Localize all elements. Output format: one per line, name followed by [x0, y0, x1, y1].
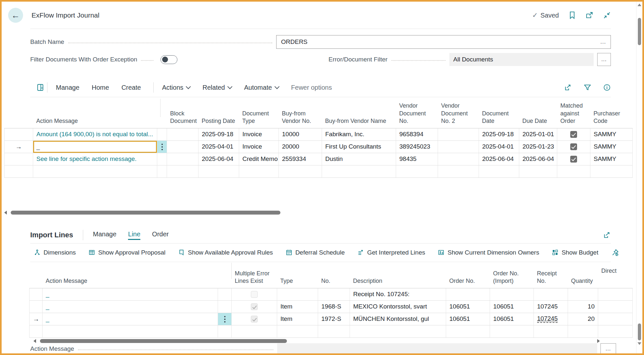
- collapse-page-icon[interactable]: [603, 11, 611, 19]
- footer-action-message-lookup-button[interactable]: ...: [600, 343, 616, 353]
- vendor_document_no-cell[interactable]: [396, 165, 438, 178]
- direct-cell[interactable]: [598, 300, 633, 313]
- type-header[interactable]: Type: [277, 262, 318, 288]
- show-approval-proposal-button[interactable]: Show Approval Proposal: [89, 249, 165, 256]
- gutter-cell[interactable]: [5, 128, 33, 140]
- posting_date-cell[interactable]: 2025-04-01: [199, 140, 239, 153]
- menu-related[interactable]: Related: [202, 84, 232, 91]
- vendor_document_no_2-cell[interactable]: [438, 128, 479, 140]
- buy_from_vendor_name-cell[interactable]: [322, 165, 396, 178]
- quantity-cell[interactable]: 20: [568, 313, 598, 325]
- gutter-cell[interactable]: →: [30, 313, 43, 325]
- gutter-cell[interactable]: →: [5, 140, 33, 153]
- receipt-no-link[interactable]: 107245: [537, 315, 558, 323]
- deferral-schedule-button[interactable]: Deferral Schedule: [286, 249, 345, 256]
- buy_from_vendor_name-header[interactable]: Buy-from Vendor Name: [322, 98, 396, 128]
- action_message-header[interactable]: Action Message: [43, 262, 218, 288]
- menu-automate[interactable]: Automate: [244, 84, 279, 91]
- documents-hscrollbar[interactable]: [4, 210, 632, 215]
- document_date-cell[interactable]: 2025-04-01: [479, 140, 519, 153]
- layout-options-icon[interactable]: [37, 84, 44, 91]
- gutter-cell[interactable]: [30, 325, 43, 337]
- action_message-cell[interactable]: _: [33, 140, 157, 153]
- receipt_no-header[interactable]: Receipt No.: [534, 262, 568, 288]
- fewer-options-button[interactable]: Fewer options: [291, 84, 332, 91]
- purchaser_code-cell[interactable]: SAMMY: [590, 128, 633, 140]
- show-budget-button[interactable]: Show Budget: [552, 249, 598, 256]
- description-header[interactable]: Description: [350, 262, 446, 288]
- purchaser_code-header[interactable]: Purchaser Code: [590, 98, 633, 128]
- due_date-cell[interactable]: [519, 165, 557, 178]
- posting_date-header[interactable]: Posting Date: [199, 98, 239, 128]
- vendor_document_no-cell[interactable]: 389245023: [396, 140, 438, 153]
- buy_from_vendor_name-cell[interactable]: Fabrikam, Inc.: [322, 128, 396, 140]
- row-menu-button[interactable]: [157, 140, 167, 153]
- bookmark-icon[interactable]: [569, 11, 576, 19]
- import-lines-hscrollbar[interactable]: [33, 339, 615, 343]
- action_message-cell[interactable]: _: [43, 313, 218, 325]
- due_date-cell[interactable]: 2025-01-23: [519, 140, 557, 153]
- share-icon[interactable]: [603, 231, 611, 239]
- order_no-cell[interactable]: 106051: [446, 300, 490, 313]
- vertical-scrollbar[interactable]: [636, 2, 642, 353]
- order_no-cell[interactable]: 106051: [446, 313, 490, 325]
- matched_against_order-cell[interactable]: [557, 140, 590, 153]
- menu-home[interactable]: Home: [92, 84, 109, 91]
- scroll-left-arrow[interactable]: [33, 339, 36, 343]
- vendor_document_no-cell[interactable]: 9658394: [396, 128, 438, 140]
- matched_against_order-header[interactable]: Matched against Order: [557, 98, 590, 128]
- order_no-cell[interactable]: [446, 288, 490, 300]
- open-in-new-window-icon[interactable]: [586, 11, 593, 19]
- multiple_error-header[interactable]: Multiple Error Lines Exist: [232, 262, 277, 288]
- matched-against-order-checkbox[interactable]: [570, 143, 577, 150]
- menu-create[interactable]: Create: [122, 84, 141, 91]
- scroll-up-arrow[interactable]: [638, 4, 641, 6]
- document_type-cell[interactable]: Invoice: [239, 128, 279, 140]
- show-available-approval-rules-button[interactable]: Show Available Approval Rules: [178, 249, 273, 256]
- error-filter-value[interactable]: All Documents: [449, 53, 594, 66]
- action_message-cell[interactable]: _: [43, 300, 218, 313]
- get-interpreted-lines-button[interactable]: Get Interpreted Lines: [358, 249, 425, 256]
- quantity-cell[interactable]: [568, 325, 598, 337]
- row-menu-button[interactable]: [218, 313, 232, 325]
- hscroll-thumb[interactable]: [11, 211, 280, 215]
- direct-cell[interactable]: [598, 288, 633, 300]
- matched_against_order-cell[interactable]: [557, 128, 590, 140]
- type-cell[interactable]: [277, 288, 318, 300]
- due_date-cell[interactable]: 2025-06-04: [519, 153, 557, 165]
- batch-name-lookup-button[interactable]: ...: [600, 39, 606, 45]
- menu-manage[interactable]: Manage: [56, 84, 79, 91]
- action-message-link[interactable]: See line for specific action message.: [36, 155, 136, 162]
- no-cell[interactable]: [318, 325, 350, 337]
- description-cell[interactable]: [350, 325, 446, 337]
- direct-cell[interactable]: [598, 325, 633, 337]
- scroll-right-arrow[interactable]: [597, 339, 600, 343]
- receipt_no-cell[interactable]: [534, 325, 568, 337]
- share-icon[interactable]: [564, 84, 572, 91]
- document_date-header[interactable]: Document Date: [479, 98, 519, 128]
- posting_date-cell[interactable]: [199, 165, 239, 178]
- dimensions-button[interactable]: Dimensions: [34, 249, 76, 256]
- matched_against_order-cell[interactable]: [557, 153, 590, 165]
- scroll-left-arrow[interactable]: [4, 211, 7, 215]
- block_document-cell[interactable]: [167, 165, 199, 178]
- block_document-cell[interactable]: [167, 128, 199, 140]
- buy_from_vendor_name-cell[interactable]: Dustin: [322, 153, 396, 165]
- tab-manage[interactable]: Manage: [93, 230, 116, 240]
- no-header[interactable]: No.: [318, 262, 350, 288]
- vendor_document_no_2-cell[interactable]: [438, 140, 479, 153]
- show-current-dimension-owners-button[interactable]: Show Current Dimension Owners: [438, 249, 539, 256]
- block_document-header[interactable]: Block Document: [167, 98, 199, 128]
- type-cell[interactable]: Item: [277, 300, 318, 313]
- tab-order[interactable]: Order: [152, 230, 169, 240]
- back-button[interactable]: ←: [8, 8, 23, 23]
- vscroll-thumb[interactable]: [638, 18, 641, 45]
- action_message-cell[interactable]: [33, 165, 157, 178]
- receipt_no-cell[interactable]: [534, 288, 568, 300]
- posting_date-cell[interactable]: 2025-06-04: [199, 153, 239, 165]
- document_type-cell[interactable]: Invoice: [239, 140, 279, 153]
- description-cell[interactable]: MEXICO Kontorsstol, svart: [350, 300, 446, 313]
- tab-line[interactable]: Line: [128, 230, 140, 240]
- buy_from_vendor_no-cell[interactable]: 2559334: [279, 153, 322, 165]
- order_no_import-cell[interactable]: [490, 288, 534, 300]
